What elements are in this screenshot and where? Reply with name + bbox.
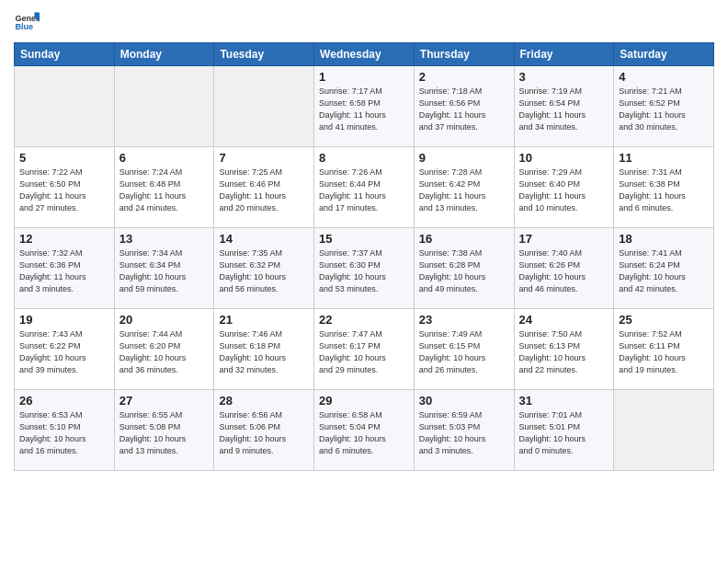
calendar-cell: 24Sunrise: 7:50 AM Sunset: 6:13 PM Dayli… — [514, 309, 614, 390]
day-info: Sunrise: 7:47 AM Sunset: 6:17 PM Dayligh… — [319, 328, 409, 376]
calendar-cell: 26Sunrise: 6:53 AM Sunset: 5:10 PM Dayli… — [15, 390, 115, 471]
day-number: 28 — [219, 394, 309, 408]
page-header: General Blue — [14, 9, 714, 35]
day-info: Sunrise: 6:55 AM Sunset: 5:08 PM Dayligh… — [119, 409, 210, 457]
day-info: Sunrise: 6:53 AM Sunset: 5:10 PM Dayligh… — [19, 409, 109, 457]
calendar-week-4: 19Sunrise: 7:43 AM Sunset: 6:22 PM Dayli… — [15, 309, 714, 390]
day-info: Sunrise: 7:22 AM Sunset: 6:50 PM Dayligh… — [19, 167, 109, 214]
day-number: 3 — [519, 70, 609, 84]
calendar-cell: 19Sunrise: 7:43 AM Sunset: 6:22 PM Dayli… — [15, 309, 115, 390]
day-header-thursday: Thursday — [414, 43, 514, 66]
day-header-tuesday: Tuesday — [214, 43, 314, 66]
day-info: Sunrise: 7:19 AM Sunset: 6:54 PM Dayligh… — [519, 86, 609, 133]
day-number: 15 — [319, 232, 409, 246]
calendar-cell: 12Sunrise: 7:32 AM Sunset: 6:36 PM Dayli… — [15, 228, 115, 309]
day-number: 1 — [319, 70, 409, 84]
day-number: 17 — [519, 232, 609, 246]
calendar-cell: 6Sunrise: 7:24 AM Sunset: 6:48 PM Daylig… — [114, 147, 214, 228]
day-info: Sunrise: 7:37 AM Sunset: 6:30 PM Dayligh… — [319, 247, 409, 295]
day-number: 22 — [319, 313, 409, 327]
calendar-cell: 16Sunrise: 7:38 AM Sunset: 6:28 PM Dayli… — [414, 228, 514, 309]
day-number: 29 — [319, 394, 409, 408]
day-number: 8 — [319, 151, 409, 165]
day-number: 5 — [19, 151, 109, 165]
day-number: 23 — [419, 313, 509, 327]
calendar-cell: 5Sunrise: 7:22 AM Sunset: 6:50 PM Daylig… — [15, 147, 115, 228]
day-info: Sunrise: 7:26 AM Sunset: 6:44 PM Dayligh… — [319, 167, 409, 214]
day-info: Sunrise: 6:56 AM Sunset: 5:06 PM Dayligh… — [219, 409, 309, 457]
day-number: 4 — [619, 70, 709, 84]
calendar-week-2: 5Sunrise: 7:22 AM Sunset: 6:50 PM Daylig… — [15, 147, 714, 228]
day-number: 12 — [19, 232, 109, 246]
calendar-cell: 30Sunrise: 6:59 AM Sunset: 5:03 PM Dayli… — [414, 390, 514, 471]
calendar-header: SundayMondayTuesdayWednesdayThursdayFrid… — [15, 43, 714, 66]
day-info: Sunrise: 7:17 AM Sunset: 6:58 PM Dayligh… — [319, 86, 409, 133]
day-number: 19 — [19, 313, 109, 327]
calendar-cell: 7Sunrise: 7:25 AM Sunset: 6:46 PM Daylig… — [214, 147, 314, 228]
calendar-cell: 2Sunrise: 7:18 AM Sunset: 6:56 PM Daylig… — [414, 66, 514, 147]
day-number: 25 — [619, 313, 709, 327]
day-info: Sunrise: 7:50 AM Sunset: 6:13 PM Dayligh… — [519, 328, 609, 376]
svg-text:Blue: Blue — [15, 22, 33, 31]
day-number: 18 — [619, 232, 709, 246]
day-header-friday: Friday — [514, 43, 614, 66]
day-number: 10 — [519, 151, 609, 165]
calendar-cell: 4Sunrise: 7:21 AM Sunset: 6:52 PM Daylig… — [614, 66, 714, 147]
day-number: 24 — [519, 313, 609, 327]
day-number: 21 — [219, 313, 309, 327]
calendar-week-1: 1Sunrise: 7:17 AM Sunset: 6:58 PM Daylig… — [15, 66, 714, 147]
day-info: Sunrise: 7:52 AM Sunset: 6:11 PM Dayligh… — [619, 328, 709, 376]
day-info: Sunrise: 7:21 AM Sunset: 6:52 PM Dayligh… — [619, 86, 709, 133]
logo-icon: General Blue — [14, 9, 40, 35]
calendar-cell: 22Sunrise: 7:47 AM Sunset: 6:17 PM Dayli… — [314, 309, 415, 390]
day-info: Sunrise: 7:25 AM Sunset: 6:46 PM Dayligh… — [219, 167, 309, 214]
calendar-cell: 31Sunrise: 7:01 AM Sunset: 5:01 PM Dayli… — [514, 390, 614, 471]
calendar-cell: 15Sunrise: 7:37 AM Sunset: 6:30 PM Dayli… — [314, 228, 415, 309]
calendar-cell: 29Sunrise: 6:58 AM Sunset: 5:04 PM Dayli… — [314, 390, 415, 471]
calendar-cell: 1Sunrise: 7:17 AM Sunset: 6:58 PM Daylig… — [314, 66, 415, 147]
day-info: Sunrise: 6:58 AM Sunset: 5:04 PM Dayligh… — [319, 409, 409, 457]
day-number: 27 — [119, 394, 210, 408]
calendar-week-3: 12Sunrise: 7:32 AM Sunset: 6:36 PM Dayli… — [15, 228, 714, 309]
day-info: Sunrise: 7:46 AM Sunset: 6:18 PM Dayligh… — [219, 328, 309, 376]
day-info: Sunrise: 6:59 AM Sunset: 5:03 PM Dayligh… — [419, 409, 509, 457]
calendar-cell — [15, 66, 115, 147]
calendar-cell: 27Sunrise: 6:55 AM Sunset: 5:08 PM Dayli… — [114, 390, 214, 471]
calendar-cell: 9Sunrise: 7:28 AM Sunset: 6:42 PM Daylig… — [414, 147, 514, 228]
day-info: Sunrise: 7:44 AM Sunset: 6:20 PM Dayligh… — [119, 328, 210, 376]
day-info: Sunrise: 7:18 AM Sunset: 6:56 PM Dayligh… — [419, 86, 509, 133]
day-header-wednesday: Wednesday — [314, 43, 415, 66]
day-info: Sunrise: 7:40 AM Sunset: 6:26 PM Dayligh… — [519, 247, 609, 295]
calendar-cell: 8Sunrise: 7:26 AM Sunset: 6:44 PM Daylig… — [314, 147, 415, 228]
day-info: Sunrise: 7:31 AM Sunset: 6:38 PM Dayligh… — [619, 167, 709, 214]
calendar-cell: 10Sunrise: 7:29 AM Sunset: 6:40 PM Dayli… — [514, 147, 614, 228]
day-number: 2 — [419, 70, 509, 84]
day-info: Sunrise: 7:24 AM Sunset: 6:48 PM Dayligh… — [119, 167, 210, 214]
calendar-cell: 13Sunrise: 7:34 AM Sunset: 6:34 PM Dayli… — [114, 228, 214, 309]
day-info: Sunrise: 7:29 AM Sunset: 6:40 PM Dayligh… — [519, 167, 609, 214]
calendar-cell — [214, 66, 314, 147]
day-number: 16 — [419, 232, 509, 246]
calendar-cell — [114, 66, 214, 147]
day-info: Sunrise: 7:35 AM Sunset: 6:32 PM Dayligh… — [219, 247, 309, 295]
calendar-cell: 3Sunrise: 7:19 AM Sunset: 6:54 PM Daylig… — [514, 66, 614, 147]
day-info: Sunrise: 7:34 AM Sunset: 6:34 PM Dayligh… — [119, 247, 210, 295]
calendar-table: SundayMondayTuesdayWednesdayThursdayFrid… — [14, 42, 714, 471]
day-info: Sunrise: 7:28 AM Sunset: 6:42 PM Dayligh… — [419, 167, 509, 214]
calendar-cell: 21Sunrise: 7:46 AM Sunset: 6:18 PM Dayli… — [214, 309, 314, 390]
logo: General Blue — [14, 9, 43, 35]
day-info: Sunrise: 7:38 AM Sunset: 6:28 PM Dayligh… — [419, 247, 509, 295]
day-number: 30 — [419, 394, 509, 408]
calendar-cell — [614, 390, 714, 471]
day-number: 26 — [19, 394, 109, 408]
calendar-cell: 25Sunrise: 7:52 AM Sunset: 6:11 PM Dayli… — [614, 309, 714, 390]
day-info: Sunrise: 7:32 AM Sunset: 6:36 PM Dayligh… — [19, 247, 109, 295]
day-header-sunday: Sunday — [15, 43, 115, 66]
day-header-saturday: Saturday — [614, 43, 714, 66]
day-number: 7 — [219, 151, 309, 165]
calendar-cell: 28Sunrise: 6:56 AM Sunset: 5:06 PM Dayli… — [214, 390, 314, 471]
day-info: Sunrise: 7:01 AM Sunset: 5:01 PM Dayligh… — [519, 409, 609, 457]
calendar-cell: 17Sunrise: 7:40 AM Sunset: 6:26 PM Dayli… — [514, 228, 614, 309]
day-info: Sunrise: 7:41 AM Sunset: 6:24 PM Dayligh… — [619, 247, 709, 295]
day-number: 13 — [119, 232, 210, 246]
